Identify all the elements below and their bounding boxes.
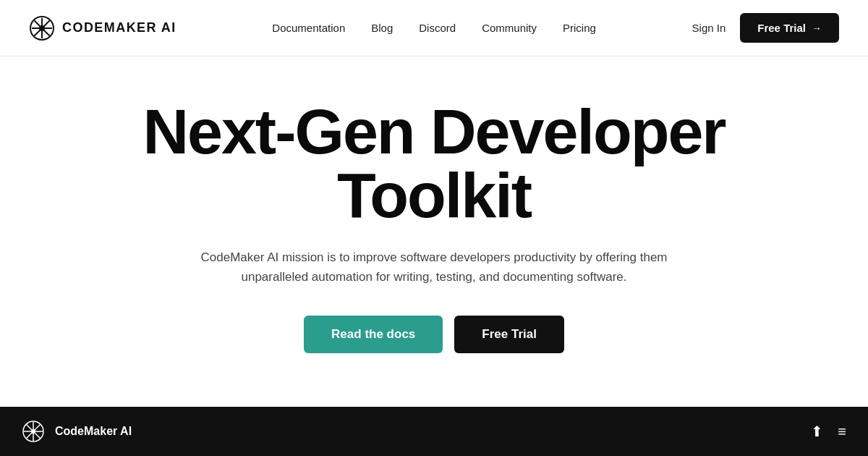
nav-link-pricing[interactable]: Pricing (563, 22, 596, 34)
free-trial-nav-button[interactable]: Free Trial → (740, 13, 839, 43)
navbar-nav: Documentation Blog Discord Community Pri… (272, 22, 596, 34)
video-logo-icon (22, 420, 45, 443)
video-controls: ⬆ ≡ (811, 423, 846, 440)
video-strip: CodeMaker AI ⬆ ≡ (0, 407, 868, 456)
navbar-actions: Sign In Free Trial → (692, 13, 839, 43)
free-trial-nav-label: Free Trial (757, 22, 806, 34)
hero-title-line1: Next-Gen Developer (142, 96, 725, 167)
hero-subtitle: CodeMaker AI mission is to improve softw… (195, 248, 673, 287)
hero-title: Next-Gen Developer Toolkit (142, 100, 725, 227)
nav-link-documentation[interactable]: Documentation (272, 22, 345, 34)
nav-link-discord[interactable]: Discord (419, 22, 456, 34)
svg-point-11 (31, 429, 35, 434)
logo-icon (29, 15, 55, 41)
navbar: CODEMAKER AI Documentation Blog Discord … (0, 0, 868, 56)
logo-text: CODEMAKER AI (62, 20, 176, 35)
share-icon[interactable]: ⬆ (811, 423, 823, 440)
hero-buttons: Read the docs Free Trial (304, 316, 564, 353)
nav-link-blog[interactable]: Blog (371, 22, 393, 34)
signin-button[interactable]: Sign In (692, 22, 726, 34)
logo-link[interactable]: CODEMAKER AI (29, 15, 176, 41)
svg-point-5 (39, 25, 45, 31)
free-trial-hero-button[interactable]: Free Trial (454, 316, 564, 353)
menu-icon[interactable]: ≡ (838, 423, 846, 440)
video-brand-text: CodeMaker AI (55, 425, 801, 438)
hero-title-line2: Toolkit (337, 159, 531, 231)
free-trial-nav-arrow: → (812, 22, 822, 34)
read-docs-button[interactable]: Read the docs (304, 316, 443, 353)
hero-section: Next-Gen Developer Toolkit CodeMaker AI … (0, 56, 868, 382)
nav-link-community[interactable]: Community (482, 22, 537, 34)
